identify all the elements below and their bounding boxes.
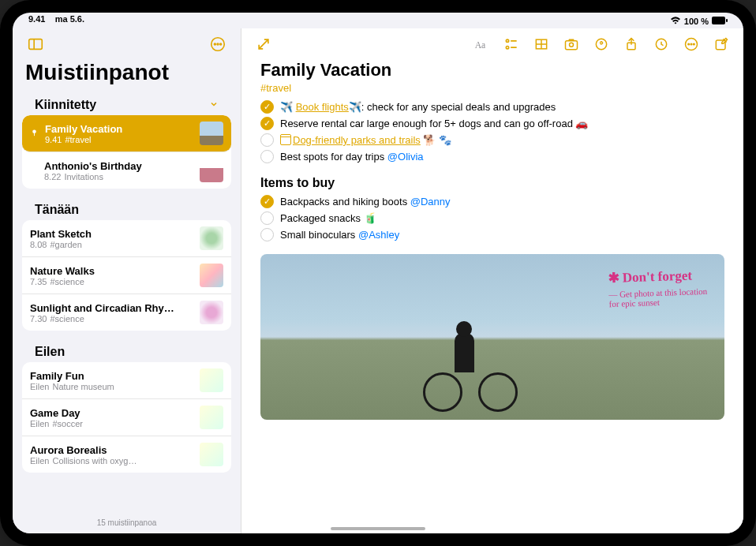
svg-rect-0 [712, 17, 725, 24]
section-header-label: Kiinnitetty [35, 98, 96, 112]
check-item[interactable]: ✓ Backpacks and hiking boots @Danny [260, 193, 724, 210]
status-bar: 9.41 ma 5.6. 100 % [13, 13, 743, 28]
svg-rect-9 [34, 133, 35, 136]
check-item[interactable]: Packaged snacks 🧃 [260, 210, 724, 226]
check-text[interactable]: Dog-friendly parks and trails 🐕 🐾 [280, 134, 451, 146]
main-toolbar: Aa [241, 28, 743, 60]
wifi-icon [670, 17, 681, 26]
note-meta: 8.08 #garden [30, 240, 193, 249]
svg-rect-1 [726, 19, 728, 22]
calendar-icon [280, 134, 291, 145]
svg-rect-19 [566, 41, 578, 50]
svg-point-14 [506, 47, 508, 49]
more-options-icon[interactable] [208, 34, 228, 54]
sidebar-title: Muistiinpanot [13, 60, 241, 92]
table-icon[interactable] [532, 35, 551, 54]
note-thumbnail [200, 159, 223, 182]
note-title: Family Vacation [45, 123, 193, 135]
mention[interactable]: @Ashley [358, 229, 399, 241]
check-text[interactable]: Packaged snacks 🧃 [280, 212, 376, 224]
note-item-gameday[interactable]: Game Day Eilen #soccer [22, 399, 231, 436]
section-header-today[interactable]: Tänään [22, 196, 231, 220]
note-subheading[interactable]: Items to buy [260, 176, 724, 190]
note-title: Plant Sketch [30, 228, 193, 240]
compose-icon[interactable] [712, 35, 731, 54]
note-thumbnail [200, 443, 223, 466]
checkbox-empty-icon[interactable] [260, 150, 274, 163]
checkbox-checked-icon[interactable]: ✓ [260, 195, 274, 208]
expand-icon[interactable] [254, 35, 273, 54]
status-date: ma 5.6. [55, 14, 84, 24]
mention[interactable]: @Olivia [387, 151, 424, 163]
checklist-icon[interactable] [502, 35, 521, 54]
attachment-image[interactable]: ✱ Don't forget — Get photo at this locat… [260, 254, 724, 420]
link-icon[interactable] [652, 35, 671, 54]
status-time: 9.41 [28, 14, 45, 24]
note-item-aurora[interactable]: Aurora Borealis Eilen Collisions with ox… [22, 436, 231, 473]
checkbox-empty-icon[interactable] [260, 211, 274, 225]
checklist-primary: ✓ ✈️ Book flights✈️: check for any speci… [260, 99, 724, 165]
format-text-icon[interactable]: Aa [472, 35, 491, 54]
note-meta: 7.30 #science [30, 314, 193, 323]
checklist-items-to-buy: ✓ Backpacks and hiking boots @Danny Pack… [260, 193, 724, 243]
svg-line-10 [259, 39, 268, 49]
note-meta: Eilen Collisions with oxyg… [30, 456, 193, 466]
sidebar: Muistiinpanot Kiinnitetty [13, 28, 241, 533]
check-item[interactable]: Best spots for day trips @Olivia [260, 148, 724, 165]
note-item-anthonio[interactable]: Anthonio's Birthday 8.22 Invitations [22, 152, 231, 189]
note-meta: Eilen Nature museum [30, 382, 193, 391]
check-text[interactable]: Backpacks and hiking boots @Danny [280, 196, 451, 208]
note-thumbnail [200, 368, 223, 392]
check-item[interactable]: Small binoculars @Ashley [260, 226, 724, 243]
checkbox-empty-icon[interactable] [260, 228, 274, 241]
note-meta: 9.41 #travel [45, 135, 193, 144]
svg-point-8 [32, 129, 36, 133]
check-text[interactable]: ✈️ Book flights✈️: check for any special… [280, 101, 556, 113]
check-item[interactable]: ✓ Reserve rental car large enough for 5+… [260, 115, 724, 132]
note-thumbnail [200, 264, 223, 287]
note-thumbnail [200, 406, 223, 429]
checkbox-checked-icon[interactable]: ✓ [260, 100, 274, 114]
note-item-circadian[interactable]: Sunlight and Circadian Rhy… 7.30 #scienc… [22, 294, 231, 331]
note-item-plant[interactable]: Plant Sketch 8.08 #garden [22, 220, 231, 257]
svg-point-28 [694, 43, 695, 45]
markup-icon[interactable] [592, 35, 611, 54]
sidebar-toggle-icon[interactable] [25, 34, 46, 54]
note-content: Family Vacation 9.41 #travel [45, 123, 193, 144]
check-item[interactable]: ✓ ✈️ Book flights✈️: check for any speci… [260, 99, 724, 115]
home-indicator[interactable] [331, 527, 425, 530]
share-icon[interactable] [622, 35, 641, 54]
section-header-yesterday[interactable]: Eilen [22, 338, 231, 362]
note-thumbnail [200, 301, 223, 324]
note-tag[interactable]: #travel [260, 82, 724, 94]
check-item[interactable]: Dog-friendly parks and trails 🐕 🐾 [260, 132, 724, 148]
section-header-label: Eilen [35, 345, 65, 359]
note-content: Family Fun Eilen Nature museum [30, 370, 193, 391]
note-thumbnail [200, 226, 223, 250]
svg-point-26 [688, 43, 690, 45]
content-area: Muistiinpanot Kiinnitetty [13, 28, 743, 533]
note-content: Aurora Borealis Eilen Collisions with ox… [30, 444, 193, 466]
more-icon[interactable] [682, 35, 701, 54]
note-meta: Eilen #soccer [30, 419, 193, 428]
checkbox-checked-icon[interactable]: ✓ [260, 117, 274, 130]
screen: 9.41 ma 5.6. 100 % [13, 13, 743, 533]
chevron-down-icon[interactable] [209, 99, 219, 111]
sidebar-footer: 15 muistiinpanoa [13, 512, 241, 533]
note-title: Aurora Borealis [30, 444, 193, 456]
note-item-nature[interactable]: Nature Walks 7.35 #science [22, 257, 231, 294]
note-body[interactable]: Family Vacation #travel ✓ ✈️ Book flight… [241, 60, 743, 533]
checkbox-empty-icon[interactable] [260, 133, 274, 147]
check-text[interactable]: Best spots for day trips @Olivia [280, 151, 424, 163]
note-item-familyfun[interactable]: Family Fun Eilen Nature museum [22, 362, 231, 399]
check-text[interactable]: Small binoculars @Ashley [280, 229, 399, 241]
mention[interactable]: @Danny [410, 196, 451, 208]
camera-icon[interactable] [562, 35, 581, 54]
note-item-family-vacation[interactable]: Family Vacation 9.41 #travel [22, 115, 231, 152]
check-text[interactable]: Reserve rental car large enough for 5+ d… [280, 118, 588, 129]
svg-text:Aa: Aa [475, 40, 486, 50]
note-content: Plant Sketch 8.08 #garden [30, 228, 193, 249]
section-header-pinned[interactable]: Kiinnitetty [22, 92, 231, 115]
notes-list[interactable]: Kiinnitetty Family Vacation [13, 92, 241, 512]
note-title-heading[interactable]: Family Vacation [260, 60, 724, 80]
